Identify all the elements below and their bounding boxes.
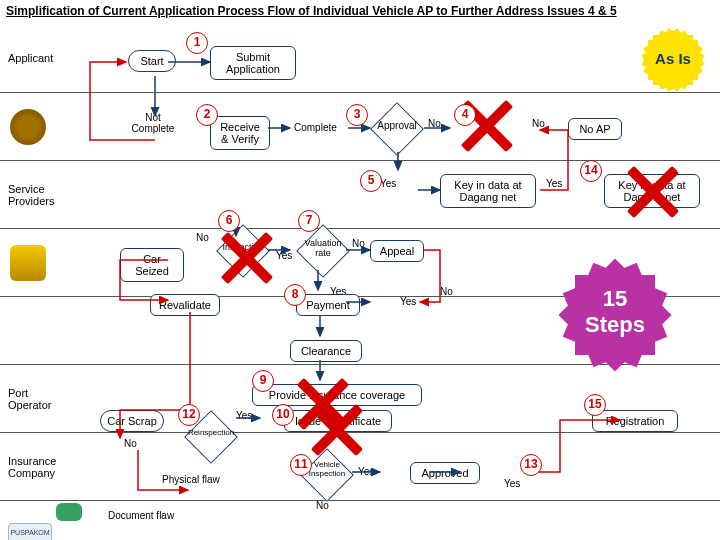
cross-icon	[216, 228, 276, 288]
step-15: 15	[584, 394, 606, 416]
as-is-burst: As Is	[634, 34, 712, 86]
step-9: 9	[252, 370, 274, 392]
step-5: 5	[360, 170, 382, 192]
cross-icon	[622, 162, 682, 222]
step-11: 11	[290, 454, 312, 476]
step-13: 13	[520, 454, 542, 476]
step-7: 7	[298, 210, 320, 232]
step-2: 2	[196, 104, 218, 126]
step-3: 3	[346, 104, 368, 126]
step-14: 14	[580, 160, 602, 182]
big-steps-star: 15Steps	[540, 240, 690, 390]
step-1: 1	[186, 32, 208, 54]
step-10: 10	[272, 404, 294, 426]
cross-icon	[306, 400, 366, 460]
step-4: 4	[454, 104, 476, 126]
step-12: 12	[178, 404, 200, 426]
step-6: 6	[218, 210, 240, 232]
step-8: 8	[284, 284, 306, 306]
